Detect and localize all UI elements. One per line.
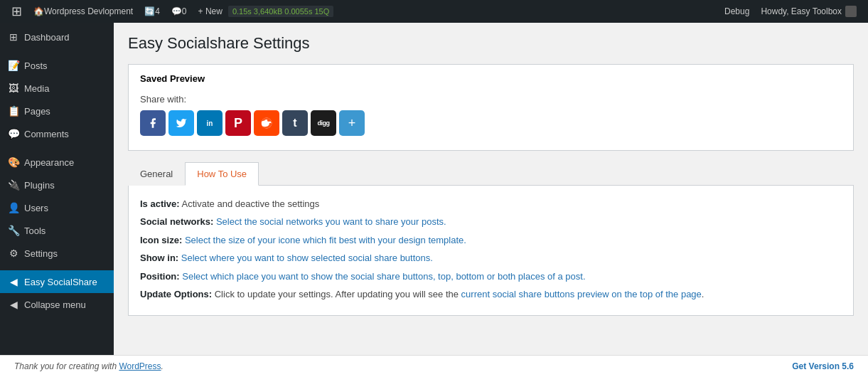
media-icon: 🖼 [7,83,20,94]
tab-content-how-to-use: Is active: Activate and deactive the set… [128,186,854,316]
reddit-button[interactable] [254,110,279,136]
share-buttons-row: in P t digg + [140,110,842,136]
new-item[interactable]: + New [193,0,228,23]
pages-icon: 📋 [7,105,20,117]
get-version-link[interactable]: Get Version 5.6 [792,361,854,371]
main-layout: ⊞ Dashboard 📝 Posts 🖼 Media 📋 Pages 💬 Co… [0,23,868,355]
sidebar-item-dashboard[interactable]: ⊞ Dashboard [0,26,114,48]
wp-logo[interactable]: ⊞ [6,4,28,19]
sidebar-label-comments: Comments [24,129,69,139]
sidebar-item-appearance[interactable]: 🎨 Appearance [0,151,114,174]
sidebar-label-collapse: Collapse menu [24,299,86,310]
saved-preview-box: Saved Preview Share with: in P t digg + [128,64,854,151]
performance-info: 0.15s 3,640kB 0.0055s 15Q [228,6,333,17]
sidebar-label-media: Media [24,83,49,94]
sidebar-item-collapse[interactable]: ◀ Collapse menu [0,293,114,316]
users-icon: 👤 [7,202,20,213]
comments-icon: 💬 [7,128,20,139]
site-name[interactable]: 🏠 Wordpress Devlopment [28,0,139,23]
footer: Thank you for creating with WordPress. G… [0,355,868,377]
help-row-3: Icon size: Select the size of your icone… [140,232,842,248]
admin-bar: ⊞ 🏠 Wordpress Devlopment 🔄 4 💬 0 + New 0… [0,0,868,23]
sidebar-item-tools[interactable]: 🔧 Tools [0,219,114,242]
linkedin-button[interactable]: in [197,110,223,136]
sidebar-label-settings: Settings [24,248,58,259]
dashboard-icon: ⊞ [7,31,20,43]
sidebar-item-settings[interactable]: ⚙ Settings [0,242,114,265]
user-avatar [845,6,857,17]
plugins-icon: 🔌 [7,179,20,191]
sidebar-item-easy-socialshare[interactable]: ◀ Easy SocialShare [0,270,114,293]
pinterest-button[interactable]: P [225,110,251,136]
sidebar-label-pages: Pages [24,106,50,117]
posts-icon: 📝 [7,60,20,71]
twitter-button[interactable] [168,110,194,136]
debug-link[interactable]: Debug [719,6,755,16]
collapse-icon: ◀ [7,299,20,310]
sidebar-item-comments[interactable]: 💬 Comments [0,122,114,145]
sidebar: ⊞ Dashboard 📝 Posts 🖼 Media 📋 Pages 💬 Co… [0,23,114,355]
sidebar-label-dashboard: Dashboard [24,32,70,43]
help-row-5: Position: Select which place you want to… [140,268,842,285]
share-label: Share with: [140,94,842,105]
sidebar-item-pages[interactable]: 📋 Pages [0,100,114,122]
tab-how-to-use[interactable]: How To Use [185,162,259,186]
footer-thanks: Thank you for creating with WordPress. [14,361,164,371]
digg-button[interactable]: digg [311,110,336,136]
adminbar-right: Debug Howdy, Easy Toolbox [719,6,862,17]
comments-item[interactable]: 💬 0 [166,0,193,23]
preview-title: Saved Preview [140,73,842,84]
sidebar-item-media[interactable]: 🖼 Media [0,77,114,100]
content-area: Easy Socialshare Settings Saved Preview … [114,23,868,355]
easy-socialshare-icon: ◀ [7,276,20,287]
settings-icon: ⚙ [7,248,20,259]
help-row-4: Show in: Select where you want to show s… [140,250,842,266]
sidebar-item-posts[interactable]: 📝 Posts [0,54,114,77]
tabs-bar: General How To Use [128,162,854,186]
page-title: Easy Socialshare Settings [128,34,854,53]
sidebar-label-users: Users [24,203,48,213]
wordpress-link[interactable]: WordPress [119,361,161,371]
user-menu[interactable]: Howdy, Easy Toolbox [755,6,862,17]
sidebar-label-tools: Tools [24,225,45,236]
sidebar-label-posts: Posts [24,60,48,71]
tools-icon: 🔧 [7,225,20,236]
sidebar-item-users[interactable]: 👤 Users [0,196,114,219]
tumblr-button[interactable]: t [282,110,308,136]
appearance-icon: 🎨 [7,156,20,168]
sidebar-item-plugins[interactable]: 🔌 Plugins [0,174,114,196]
facebook-button[interactable] [140,110,166,136]
buffer-button[interactable]: + [339,110,365,136]
sidebar-label-easy-socialshare: Easy SocialShare [24,277,97,287]
tab-general[interactable]: General [128,162,185,186]
help-row-6: Update Options: Click to update your set… [140,286,842,302]
sidebar-label-appearance: Appearance [24,157,74,168]
updates-item[interactable]: 🔄 4 [139,0,166,23]
help-row-1: Is active: Activate and deactive the set… [140,196,842,212]
help-row-2: Social networks: Select the social netwo… [140,213,842,230]
sidebar-label-plugins: Plugins [24,180,55,191]
